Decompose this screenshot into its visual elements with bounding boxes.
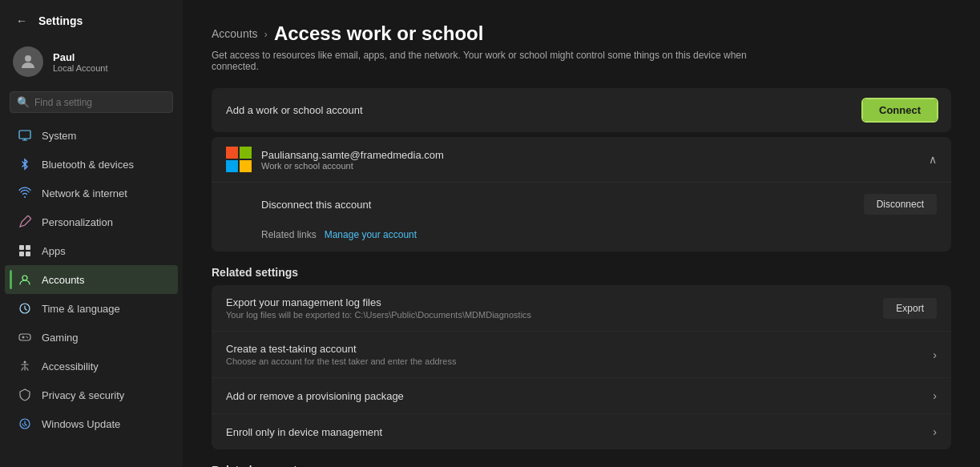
work-account-body: Disconnect this account Disconnect Relat… (212, 182, 951, 252)
apps-icon (18, 244, 32, 258)
search-icon: 🔍 (17, 96, 30, 108)
svg-point-6 (22, 276, 27, 280)
time-icon (18, 301, 32, 316)
test-account-desc: Choose an account for the test taker and… (226, 356, 456, 366)
ms-logo-green (240, 147, 252, 159)
chevron-right-icon-2: › (933, 389, 937, 402)
microsoft-logo (226, 147, 252, 172)
provisioning-left: Add or remove a provisioning package (226, 390, 404, 402)
privacy-icon (18, 388, 32, 402)
ms-logo-yellow (240, 160, 252, 172)
enroll-left: Enroll only in device management (226, 426, 382, 438)
breadcrumb-accounts-link[interactable]: Accounts (212, 27, 258, 40)
svg-rect-3 (26, 245, 30, 250)
chevron-up-icon: ∧ (929, 153, 937, 166)
work-account-info: Pauliansang.samte@framedmedia.com Work o… (261, 149, 444, 171)
provisioning-title: Add or remove a provisioning package (226, 390, 404, 402)
chevron-right-icon: › (933, 348, 937, 361)
export-logs-left: Export your management log files Your lo… (226, 296, 531, 320)
export-button[interactable]: Export (883, 298, 937, 319)
sidebar-item-network[interactable]: Network & internet (5, 179, 178, 207)
windows-update-icon (18, 417, 32, 431)
add-account-label: Add a work or school account (226, 104, 363, 116)
work-account-left: Pauliansang.samte@framedmedia.com Work o… (226, 147, 444, 172)
svg-rect-2 (19, 245, 24, 250)
accessibility-icon (18, 359, 32, 373)
svg-rect-5 (26, 252, 30, 256)
sidebar-item-gaming-label: Gaming (42, 332, 79, 344)
work-account-email: Pauliansang.samte@framedmedia.com (261, 149, 444, 161)
sidebar-item-accessibility-label: Accessibility (42, 360, 99, 372)
search-input[interactable] (34, 97, 166, 108)
personalization-icon (18, 215, 32, 229)
sidebar-item-accessibility[interactable]: Accessibility (5, 352, 178, 380)
svg-point-0 (25, 55, 31, 62)
settings-item-provisioning[interactable]: Add or remove a provisioning package › (212, 378, 951, 414)
sidebar-item-privacy-label: Privacy & security (42, 389, 124, 401)
ms-logo-blue (226, 160, 238, 172)
settings-item-test-account[interactable]: Create a test-taking account Choose an a… (212, 332, 951, 378)
svg-rect-8 (19, 334, 30, 340)
breadcrumb: Accounts › Access work or school (212, 22, 951, 45)
sidebar-item-network-label: Network & internet (42, 187, 127, 199)
sidebar-item-gaming[interactable]: Gaming (5, 323, 178, 352)
user-section: Paul Local Account (0, 38, 183, 88)
sidebar: ← Settings Paul Local Account 🔍 System B… (0, 0, 183, 467)
user-info: Paul Local Account (53, 51, 108, 73)
export-logs-right: Export (883, 298, 937, 319)
back-button[interactable]: ← (13, 13, 30, 29)
sidebar-item-system-label: System (42, 130, 76, 142)
connect-button[interactable]: Connect (863, 99, 937, 121)
test-account-title: Create a test-taking account (226, 343, 456, 355)
main-content: Accounts › Access work or school Get acc… (183, 0, 980, 467)
sidebar-item-accounts-label: Accounts (42, 274, 84, 286)
sidebar-item-time-label: Time & language (42, 303, 120, 315)
sidebar-item-privacy[interactable]: Privacy & security (5, 380, 178, 409)
sidebar-item-system[interactable]: System (5, 121, 178, 150)
active-indicator (10, 270, 12, 289)
user-account-type: Local Account (53, 63, 108, 73)
sidebar-item-accounts[interactable]: Accounts (5, 265, 178, 294)
avatar (13, 46, 43, 77)
test-account-left: Create a test-taking account Choose an a… (226, 343, 456, 366)
export-logs-title: Export your management log files (226, 296, 531, 308)
user-name: Paul (53, 51, 108, 63)
svg-point-9 (24, 361, 26, 364)
page-description: Get access to resources like email, apps… (212, 50, 788, 72)
sidebar-item-windows-update[interactable]: Windows Update (5, 409, 178, 438)
disconnect-row: Disconnect this account Disconnect (261, 183, 937, 226)
sidebar-item-bluetooth[interactable]: Bluetooth & devices (5, 150, 178, 179)
sidebar-nav: System Bluetooth & devices Network & int… (0, 121, 183, 438)
export-logs-desc: Your log files will be exported to: C:\U… (226, 310, 531, 320)
related-links-row: Related links Manage your account (261, 226, 937, 240)
svg-rect-1 (19, 131, 30, 139)
sidebar-item-bluetooth-label: Bluetooth & devices (42, 159, 134, 171)
settings-item-export-logs[interactable]: Export your management log files Your lo… (212, 285, 951, 332)
related-support-heading: Related support (212, 464, 951, 467)
system-icon (18, 128, 32, 143)
settings-title: Settings (38, 14, 83, 27)
disconnect-button[interactable]: Disconnect (864, 194, 937, 215)
accounts-icon (18, 272, 32, 287)
chevron-right-icon-3: › (933, 425, 937, 438)
sidebar-item-windows-update-label: Windows Update (42, 418, 120, 430)
svg-rect-4 (19, 252, 24, 256)
add-account-row: Add a work or school account Connect (212, 88, 951, 132)
work-account-header[interactable]: Pauliansang.samte@framedmedia.com Work o… (212, 137, 951, 182)
related-settings-heading: Related settings (212, 266, 951, 279)
network-icon (18, 186, 32, 200)
search-box[interactable]: 🔍 (10, 91, 173, 113)
manage-account-link[interactable]: Manage your account (325, 229, 417, 240)
related-settings-card: Export your management log files Your lo… (212, 285, 951, 449)
settings-item-enroll[interactable]: Enroll only in device management › (212, 414, 951, 449)
sidebar-item-personalization-label: Personalization (42, 216, 113, 228)
sidebar-item-personalization[interactable]: Personalization (5, 207, 178, 236)
enroll-title: Enroll only in device management (226, 426, 382, 438)
gaming-icon (18, 330, 32, 344)
related-links-label: Related links (261, 229, 317, 240)
sidebar-item-apps[interactable]: Apps (5, 236, 178, 265)
work-account-type: Work or school account (261, 161, 444, 171)
sidebar-item-time[interactable]: Time & language (5, 294, 178, 323)
work-account-card: Pauliansang.samte@framedmedia.com Work o… (212, 137, 951, 252)
ms-logo-red (226, 147, 238, 159)
